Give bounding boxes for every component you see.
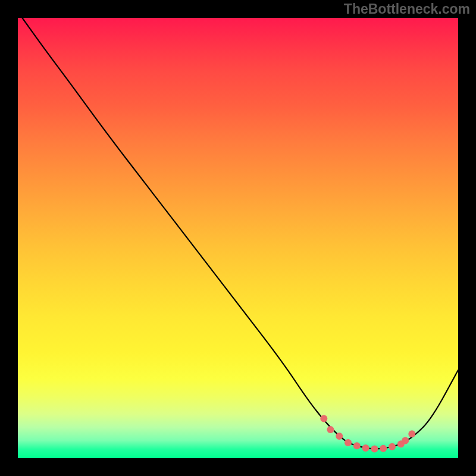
marker-dot <box>362 444 369 452</box>
curve-line <box>22 18 458 449</box>
marker-dot <box>371 445 378 452</box>
marker-dot <box>336 433 343 440</box>
marker-dot <box>353 442 361 449</box>
chart-frame: TheBottleneck.com <box>0 0 476 476</box>
marker-dot <box>345 439 352 446</box>
marker-dot <box>380 445 387 452</box>
optimal-range-markers <box>320 415 415 452</box>
marker-dot <box>402 437 409 444</box>
marker-dot <box>389 443 396 450</box>
marker-dot <box>320 415 327 422</box>
chart-overlay <box>18 18 458 458</box>
marker-dot <box>327 426 334 433</box>
marker-dot <box>408 430 415 437</box>
plot-area <box>18 18 458 458</box>
watermark-text: TheBottleneck.com <box>344 1 470 17</box>
